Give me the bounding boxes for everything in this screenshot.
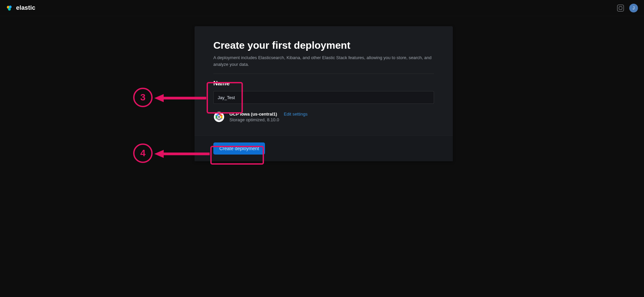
- svg-marker-15: [154, 150, 164, 158]
- name-field-block: Name: [213, 80, 434, 104]
- name-input[interactable]: [213, 91, 434, 104]
- svg-point-11: [218, 116, 220, 118]
- brand-name: elastic: [16, 4, 35, 11]
- svg-marker-13: [154, 94, 164, 102]
- svg-point-2: [8, 8, 11, 10]
- panel-body: Create your first deployment A deploymen…: [195, 26, 453, 135]
- page-title: Create your first deployment: [213, 40, 434, 51]
- annotation-step-4: 4: [133, 143, 153, 163]
- annotation-step-3: 3: [133, 88, 153, 107]
- header-right: J: [617, 4, 638, 12]
- provider-region: GCP Iowa (us-central1): [229, 112, 277, 117]
- header-left: elastic: [6, 4, 35, 11]
- name-label: Name: [213, 80, 230, 87]
- provider-settings-row: GCP Iowa (us-central1) Edit settings Sto…: [213, 111, 434, 123]
- provider-settings-text: GCP Iowa (us-central1) Edit settings Sto…: [229, 112, 434, 122]
- deployment-panel: Create your first deployment A deploymen…: [195, 26, 453, 161]
- gcp-icon: [213, 111, 225, 123]
- avatar[interactable]: J: [629, 4, 638, 12]
- provider-config: Storage optimized, 8.10.0: [229, 117, 434, 122]
- page-subtitle: A deployment includes Elasticsearch, Kib…: [213, 54, 434, 74]
- edit-settings-link[interactable]: Edit settings: [284, 112, 308, 117]
- help-icon[interactable]: [617, 5, 624, 11]
- elastic-logo-icon: [6, 5, 13, 11]
- app-header: elastic J: [0, 0, 644, 16]
- panel-footer: Create deployment: [195, 135, 453, 161]
- create-deployment-button[interactable]: Create deployment: [213, 142, 265, 155]
